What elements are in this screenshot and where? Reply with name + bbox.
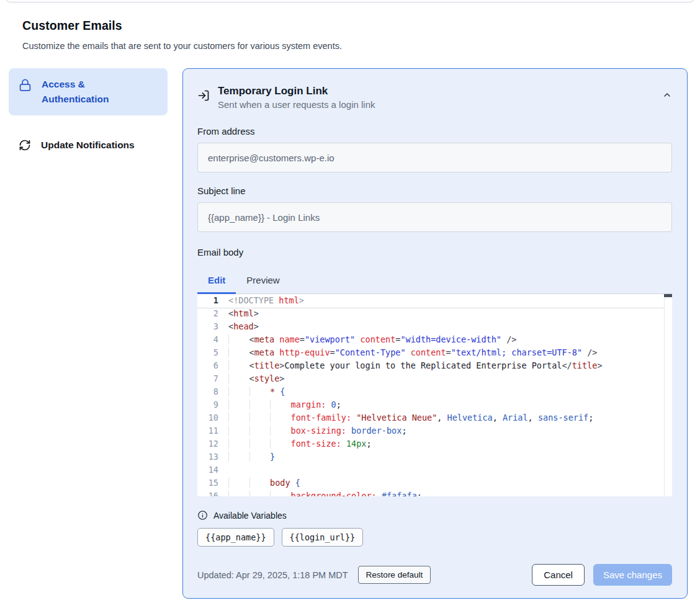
code-line[interactable]: 6 <title>Complete your login to the Repl…	[197, 359, 672, 372]
code-editor[interactable]: 1<!DOCTYPE html>2<html>3<head>4 <meta na…	[197, 294, 672, 496]
subject-line-input[interactable]	[197, 202, 672, 232]
editor-scrollbar[interactable]	[664, 294, 672, 496]
editor-tabs: Edit Preview	[197, 269, 672, 294]
code-line[interactable]: 11 box-sizing: border-box;	[197, 424, 672, 437]
email-body-group: Email body Edit Preview 1<!DOCTYPE html>…	[197, 247, 672, 496]
panel-footer: Updated: Apr 29, 2025, 1:18 PM MDT Resto…	[197, 564, 672, 586]
editor-scrollbar-thumb[interactable]	[664, 294, 672, 297]
variable-chips: {{app_name}} {{login_url}}	[197, 528, 672, 547]
collapse-button[interactable]	[662, 90, 672, 100]
variable-chip-login-url[interactable]: {{login_url}}	[282, 528, 364, 547]
updated-timestamp: Updated: Apr 29, 2025, 1:18 PM MDT	[197, 570, 348, 580]
code-line[interactable]: 16 background-color: #fafafa;	[197, 490, 672, 496]
code-line[interactable]: 4 <meta name="viewport" content="width=d…	[197, 333, 672, 346]
email-body-label: Email body	[197, 247, 672, 257]
sidebar-item-access-authentication[interactable]: Access & Authentication	[9, 68, 168, 115]
from-address-input[interactable]	[197, 143, 672, 172]
subject-line-label: Subject line	[197, 186, 672, 196]
sidebar: Access & Authentication Update Notificat…	[9, 68, 168, 161]
info-icon	[197, 510, 208, 521]
log-in-icon	[197, 89, 210, 102]
from-address-label: From address	[197, 126, 672, 136]
code-line[interactable]: 10 font-family: "Helvetica Neue", Helvet…	[197, 411, 672, 424]
restore-default-button[interactable]: Restore default	[358, 566, 431, 584]
panel-header: Temporary Login Link Sent when a user re…	[197, 85, 672, 110]
subject-field-group: Subject line	[197, 186, 672, 232]
save-changes-button[interactable]: Save changes	[593, 564, 672, 586]
panel-title: Temporary Login Link	[218, 85, 375, 97]
panel-subtitle: Sent when a user requests a login link	[218, 99, 375, 110]
tab-preview[interactable]: Preview	[236, 269, 290, 294]
cancel-button[interactable]: Cancel	[532, 564, 585, 586]
lock-icon	[19, 78, 32, 92]
main-layout: Access & Authentication Update Notificat…	[0, 51, 700, 599]
code-line[interactable]: 8 * {	[197, 385, 672, 398]
available-variables-label: Available Variables	[213, 511, 287, 521]
tab-edit[interactable]: Edit	[197, 269, 236, 294]
code-line[interactable]: 7 <style>	[197, 372, 672, 385]
code-line[interactable]: 15 body {	[197, 476, 672, 490]
code-editor-lines: 1<!DOCTYPE html>2<html>3<head>4 <meta na…	[197, 294, 672, 496]
variable-chip-app-name[interactable]: {{app_name}}	[197, 528, 274, 547]
page-subtitle: Customize the emails that are sent to yo…	[22, 41, 678, 51]
sidebar-item-label: Access & Authentication	[42, 77, 135, 107]
page-title: Customer Emails	[22, 19, 678, 33]
sidebar-item-update-notifications[interactable]: Update Notifications	[9, 129, 168, 161]
page-header: Customer Emails Customize the emails tha…	[0, 0, 700, 51]
code-line[interactable]: 13 }	[197, 450, 672, 463]
code-line[interactable]: 2<html>	[197, 307, 672, 320]
email-settings-panel: Temporary Login Link Sent when a user re…	[182, 68, 688, 599]
from-address-field-group: From address	[197, 126, 672, 172]
code-line[interactable]: 14	[197, 463, 672, 476]
code-line[interactable]: 1<!DOCTYPE html>	[197, 294, 672, 307]
code-line[interactable]: 3<head>	[197, 320, 672, 333]
active-line-divider	[197, 308, 672, 308]
refresh-icon	[19, 139, 31, 151]
available-variables-header: Available Variables	[197, 510, 672, 521]
code-line[interactable]: 12 font-size: 14px;	[197, 437, 672, 450]
code-line[interactable]: 5 <meta http-equiv="Content-Type" conten…	[197, 346, 672, 359]
sidebar-item-label: Update Notifications	[41, 138, 135, 153]
panel-header-text: Temporary Login Link Sent when a user re…	[218, 85, 375, 110]
code-line[interactable]: 9 margin: 0;	[197, 398, 672, 411]
previous-card-bottom-edge	[5, 0, 695, 2]
chevron-up-icon	[662, 90, 672, 100]
